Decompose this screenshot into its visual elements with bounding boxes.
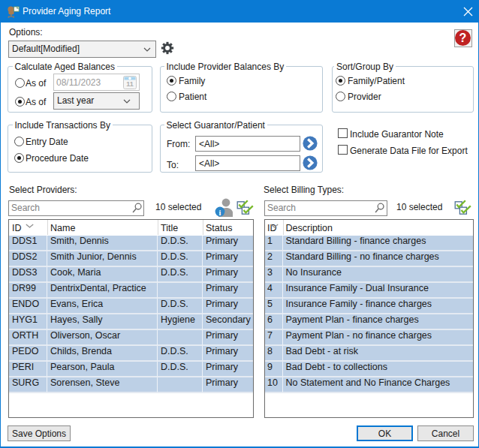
svg-text:i: i xyxy=(219,209,221,217)
svg-text:11: 11 xyxy=(126,80,134,88)
